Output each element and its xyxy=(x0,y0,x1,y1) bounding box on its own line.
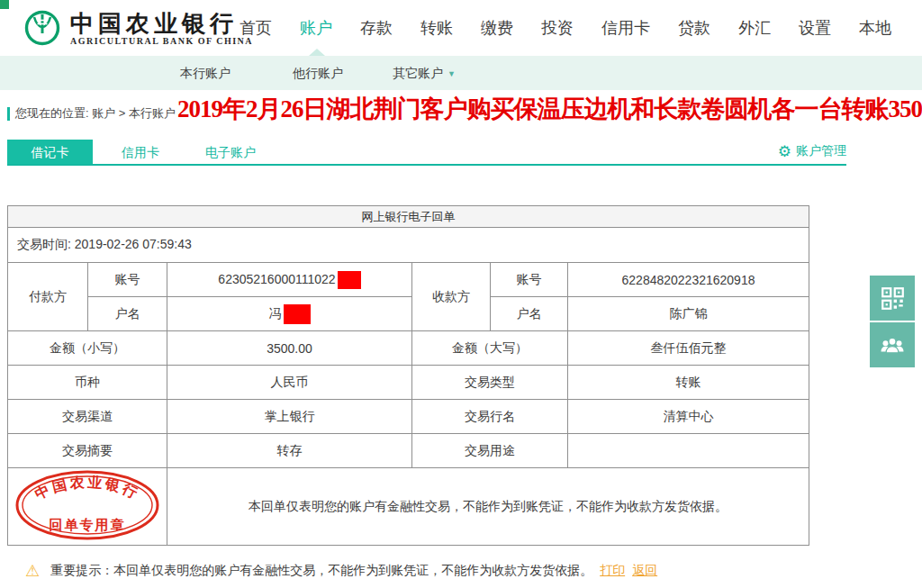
tab-debit-card[interactable]: 借记卡 xyxy=(7,140,93,165)
gear-icon: ⚙ xyxy=(778,144,791,159)
transaction-time-value: 2019-02-26 07:59:43 xyxy=(75,237,192,251)
payee-name-label: 户名 xyxy=(491,297,568,331)
payee-group-label: 收款方 xyxy=(412,263,491,331)
bank-receipt-stamp: 中国农业银行 回单专用章 xyxy=(12,468,163,542)
header: 中国农业银行 AGRICULTURAL BANK OF CHINA 首页 账户 … xyxy=(0,0,922,56)
payer-name-value: 冯 xyxy=(167,297,412,331)
transaction-time-label: 交易时间: xyxy=(17,237,71,251)
corner-marker xyxy=(0,0,9,9)
payer-account-label: 账号 xyxy=(88,263,167,297)
warning-icon: ⚠ xyxy=(25,563,40,579)
print-link[interactable]: 打印 xyxy=(600,563,625,579)
receipt-disclaimer: 本回单仅表明您的账户有金融性交易，不能作为到账凭证，不能作为收款方发货依据。 xyxy=(167,468,809,546)
nav-item-deposits[interactable]: 存款 xyxy=(360,17,393,39)
branch-value: 清算中心 xyxy=(568,400,809,434)
nav-item-investment[interactable]: 投资 xyxy=(541,17,574,39)
nav-item-payments[interactable]: 缴费 xyxy=(481,17,513,39)
nav-item-accounts[interactable]: 账户 xyxy=(300,17,332,39)
payee-name-value: 陈广锦 xyxy=(568,297,809,331)
currency-label: 币种 xyxy=(8,366,167,400)
tip-label: 重要提示： xyxy=(50,563,113,579)
qr-code-button[interactable] xyxy=(870,276,915,321)
account-manage-label: 账户管理 xyxy=(796,143,846,159)
nav-item-credit-card[interactable]: 信用卡 xyxy=(601,17,650,39)
subnav-item-other-bank-accounts[interactable]: 他行账户 xyxy=(293,66,343,82)
bank-logo: 中国农业银行 AGRICULTURAL BANK OF CHINA xyxy=(23,9,253,47)
nav-item-home[interactable]: 首页 xyxy=(240,17,272,39)
purpose-label: 交易用途 xyxy=(412,434,568,468)
transaction-type-label: 交易类型 xyxy=(412,366,568,400)
transaction-time-cell: 交易时间: 2019-02-26 07:59:43 xyxy=(8,228,809,263)
tab-electronic-account[interactable]: 电子账户 xyxy=(205,140,256,165)
nav-item-forex[interactable]: 外汇 xyxy=(738,17,771,39)
tip-text: 本回单仅表明您的账户有金融性交易，不能作为到账凭证，不能作为收款方发货依据。 xyxy=(113,563,592,579)
transaction-type-value: 转账 xyxy=(568,366,809,400)
bank-name-cn: 中国农业银行 xyxy=(70,11,253,36)
stamp-cell: 中国农业银行 回单专用章 xyxy=(8,468,167,546)
breadcrumb-accent-bar xyxy=(7,107,10,121)
red-annotation-text: 2019年2月26日湖北荆门客户购买保温压边机和长款卷圆机各一台转账3500元至… xyxy=(177,93,922,125)
channel-label: 交易渠道 xyxy=(8,400,167,434)
account-manage-link[interactable]: ⚙ 账户管理 xyxy=(778,143,846,159)
payer-account-number: 62305216000111022 xyxy=(218,271,335,285)
summary-value: 转存 xyxy=(167,434,412,468)
nav-item-loans[interactable]: 贷款 xyxy=(678,17,710,39)
payee-account-value: 6228482022321620918 xyxy=(568,263,809,297)
chevron-down-icon: ▼ xyxy=(447,69,456,78)
payee-account-label: 账号 xyxy=(491,263,568,297)
amount-words-value: 叁仟伍佰元整 xyxy=(568,331,809,366)
footer-tip: ⚠ 重要提示： 本回单仅表明您的账户有金融性交易，不能作为到账凭证，不能作为收款… xyxy=(25,563,657,579)
currency-value: 人民币 xyxy=(167,366,412,400)
breadcrumb-text: 您现在的位置: 账户 > 本行账户 xyxy=(15,105,176,122)
back-link[interactable]: 返回 xyxy=(632,563,657,579)
page: 中国农业银行 AGRICULTURAL BANK OF CHINA 首页 账户 … xyxy=(0,0,922,588)
payer-name: 冯 xyxy=(269,305,282,320)
abc-logo-icon xyxy=(23,9,61,47)
nav-item-transfer[interactable]: 转账 xyxy=(420,17,453,39)
account-tabs: 借记卡 信用卡 电子账户 ⚙ 账户管理 xyxy=(7,140,846,165)
tabs-underline xyxy=(7,164,846,166)
stamp-bottom-text: 回单专用章 xyxy=(50,517,126,532)
payer-account-value: 62305216000111022 xyxy=(167,263,412,297)
redaction-box xyxy=(338,271,361,289)
tab-credit-card[interactable]: 信用卡 xyxy=(122,140,159,165)
people-icon xyxy=(879,331,906,358)
qr-code-icon xyxy=(881,286,905,311)
main-nav: 首页 账户 存款 转账 缴费 投资 信用卡 贷款 外汇 设置 本地 xyxy=(240,0,891,56)
payer-name-label: 户名 xyxy=(88,297,167,331)
nav-item-local[interactable]: 本地 xyxy=(859,17,891,39)
summary-label: 交易摘要 xyxy=(8,434,167,468)
amount-figures-label: 金额（小写） xyxy=(8,331,167,366)
breadcrumb: 您现在的位置: 账户 > 本行账户 xyxy=(7,105,176,122)
amount-figures-value: 3500.00 xyxy=(167,331,412,366)
bank-name: 中国农业银行 AGRICULTURAL BANK OF CHINA xyxy=(70,11,253,46)
bank-name-en: AGRICULTURAL BANK OF CHINA xyxy=(70,36,253,46)
amount-words-label: 金额（大写） xyxy=(412,331,568,366)
purpose-value xyxy=(568,434,809,468)
receipt-table: 网上银行电子回单 交易时间: 2019-02-26 07:59:43 付款方 账… xyxy=(7,205,809,546)
nav-item-settings[interactable]: 设置 xyxy=(799,17,831,39)
customer-service-button[interactable] xyxy=(870,322,915,367)
side-toolbar xyxy=(870,276,915,369)
subnav-pointer-triangle xyxy=(309,49,325,56)
e-receipt: 网上银行电子回单 交易时间: 2019-02-26 07:59:43 付款方 账… xyxy=(7,205,809,546)
sub-nav: 本行账户 他行账户 其它账户▼ xyxy=(0,56,922,90)
subnav-item-own-bank-accounts[interactable]: 本行账户 xyxy=(180,66,230,82)
subnav-item-other-accounts[interactable]: 其它账户▼ xyxy=(393,66,456,82)
subnav-item-other-accounts-label: 其它账户 xyxy=(393,66,443,80)
branch-label: 交易行名 xyxy=(412,400,568,434)
channel-value: 掌上银行 xyxy=(167,400,412,434)
receipt-title: 网上银行电子回单 xyxy=(8,206,809,228)
redaction-box xyxy=(284,304,311,324)
payer-group-label: 付款方 xyxy=(8,263,88,331)
